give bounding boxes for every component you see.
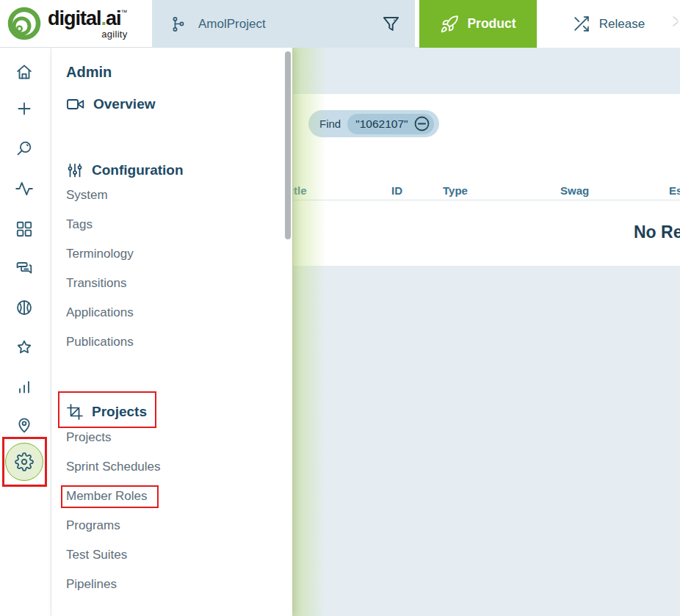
find-chip-value-token[interactable]: "1062107"	[347, 114, 433, 134]
annotation-box-member-roles	[61, 485, 159, 508]
tab-product[interactable]: Product	[419, 0, 537, 48]
find-filter-chip[interactable]: Find "1062107"	[308, 110, 439, 137]
reports-icon[interactable]	[15, 377, 34, 396]
menu-item-overview[interactable]: Overview	[66, 95, 156, 114]
rocket-icon	[440, 15, 459, 34]
menu-item-programs[interactable]: Programs	[66, 518, 120, 533]
menu-item-tags[interactable]: Tags	[66, 217, 93, 232]
digitalai-logo-icon	[7, 6, 42, 41]
logo-product-text: agility	[101, 29, 127, 39]
find-chip-value: "1062107"	[355, 117, 408, 131]
menu-item-publications[interactable]: Publications	[66, 335, 134, 349]
plus-icon[interactable]	[15, 99, 34, 118]
project-selector[interactable]: AmolProject	[152, 0, 415, 48]
video-icon	[66, 95, 85, 114]
find-chip-label: Find	[319, 117, 341, 130]
column-header-estimate[interactable]: Estimate	[669, 184, 680, 197]
menu-item-sprint-schedules[interactable]: Sprint Schedules	[66, 460, 161, 474]
project-selector-label: AmolProject	[198, 17, 266, 32]
apps-grid-icon[interactable]	[15, 220, 34, 239]
column-header-swag[interactable]: Swag	[560, 184, 589, 197]
empty-results-message: No Results	[634, 222, 680, 242]
flyout-title: Admin	[66, 64, 112, 81]
column-header-id[interactable]: ID	[391, 184, 402, 197]
menu-item-terminology[interactable]: Terminology	[66, 247, 134, 261]
search-icon[interactable]	[15, 139, 34, 158]
menu-item-pipelines[interactable]: Pipelines	[66, 577, 117, 592]
top-bar: digital.ai™ agility AmolProject Product …	[0, 0, 680, 48]
flyout-scrollbar-thumb[interactable]	[285, 51, 291, 239]
menu-item-test-suites[interactable]: Test Suites	[66, 548, 127, 562]
project-tree-icon	[170, 15, 188, 33]
menu-item-applications[interactable]: Applications	[66, 305, 134, 320]
tab-release[interactable]: Release	[537, 0, 680, 48]
annotation-box-projects-section	[58, 391, 156, 428]
partial-next-tab-icon	[673, 16, 679, 26]
location-icon[interactable]	[15, 416, 34, 435]
column-header-type[interactable]: Type	[443, 184, 468, 197]
settings-gear-icon[interactable]	[15, 452, 34, 471]
conversations-icon[interactable]	[15, 259, 34, 278]
logo-brand-text: digital.ai™	[48, 9, 128, 29]
icon-rail	[0, 48, 51, 616]
filter-icon[interactable]	[381, 14, 401, 34]
activity-icon[interactable]	[15, 179, 34, 198]
section-header-configuration[interactable]: Configuration	[66, 162, 184, 179]
shuffle-icon	[572, 15, 590, 33]
digitalai-logo[interactable]: digital.ai™ agility	[7, 6, 128, 41]
menu-item-projects[interactable]: Projects	[66, 430, 111, 445]
remove-filter-icon[interactable]	[413, 115, 430, 132]
tab-product-label: Product	[467, 16, 516, 32]
home-icon[interactable]	[15, 62, 34, 81]
logo-wordmark: digital.ai™ agility	[48, 9, 128, 39]
ball-icon[interactable]	[15, 298, 34, 317]
tab-release-label: Release	[599, 17, 645, 32]
star-icon[interactable]	[15, 338, 34, 357]
sliders-icon	[66, 162, 84, 179]
menu-item-system[interactable]: System	[66, 188, 108, 203]
menu-item-transitions[interactable]: Transitions	[66, 276, 127, 291]
admin-flyout-menu: Admin Overview Configuration System Tags…	[51, 48, 292, 616]
